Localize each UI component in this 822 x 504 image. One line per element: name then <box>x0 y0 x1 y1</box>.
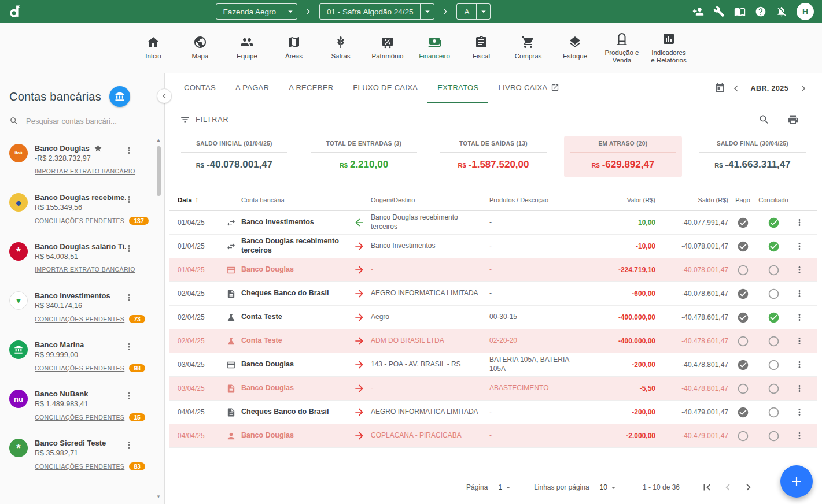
season-selector-caret[interactable] <box>420 4 434 19</box>
farm-selector[interactable]: Fazenda Aegro <box>216 3 298 20</box>
kebab-menu-icon[interactable] <box>794 312 805 323</box>
prev-month-button[interactable] <box>730 83 742 94</box>
page-select[interactable]: 1 <box>498 483 513 492</box>
transaction-row[interactable]: 02/04/25 Conta Teste ADM DO BRASIL LTDA … <box>169 329 817 353</box>
kebab-menu-icon[interactable] <box>794 241 805 251</box>
tab-livro-caixa[interactable]: LIVRO CAIXA <box>488 73 569 103</box>
kebab-menu-icon[interactable] <box>794 265 805 275</box>
kebab-menu-icon[interactable] <box>124 292 134 303</box>
account-action-link[interactable]: IMPORTAR EXTRATO BANCÁRIO <box>35 168 135 175</box>
kebab-menu-icon[interactable] <box>124 145 134 155</box>
star-icon[interactable] <box>94 144 102 153</box>
paid-checkbox[interactable] <box>737 335 749 347</box>
rows-per-page-select[interactable]: 10 <box>600 483 618 492</box>
account-action-link[interactable]: CONCILIAÇÕES PENDENTES <box>35 463 124 470</box>
transaction-row[interactable]: 04/04/25 Banco Douglas COPLACANA - PIRAC… <box>169 424 817 448</box>
paid-checkbox[interactable] <box>737 406 749 418</box>
transaction-row[interactable]: 03/04/25 Banco Douglas 143 - POA - AV. B… <box>169 353 817 377</box>
avatar[interactable]: H <box>797 3 814 20</box>
account-action-link[interactable]: CONCILIAÇÕES PENDENTES <box>35 316 124 323</box>
reconciled-checkbox[interactable] <box>768 430 780 442</box>
reconciled-checkbox[interactable] <box>768 383 780 395</box>
reconciled-checkbox[interactable] <box>768 335 780 347</box>
transaction-row[interactable]: 02/04/25 Cheques Banco do Brasil AEGRO I… <box>169 282 817 306</box>
account-list-item[interactable]: * Banco Sicredi Teste R$ 35.982,71 CONCI… <box>0 432 164 481</box>
nav-item-financeiro[interactable]: Financeiro <box>415 35 454 60</box>
reconciled-checkbox[interactable] <box>768 288 780 300</box>
column-header-pago[interactable]: Pago <box>728 197 757 203</box>
account-list-item[interactable]: ◆ Banco Douglas recebime... R$ 155.349,5… <box>0 187 164 236</box>
nav-item-safras[interactable]: Safras <box>321 35 360 60</box>
aegro-logo[interactable] <box>8 4 23 19</box>
nav-item-producao-e-venda[interactable]: Produção e Venda <box>602 32 642 64</box>
column-header-conta-bancaria[interactable]: Conta bancária <box>241 197 348 203</box>
paid-checkbox[interactable] <box>737 359 749 371</box>
sidebar-scrollbar[interactable]: ▲ ▼ <box>156 138 163 499</box>
column-header-produtos[interactable]: Produtos / Descrição <box>489 197 586 203</box>
add-user-icon[interactable] <box>692 6 704 17</box>
kebab-menu-icon[interactable] <box>124 342 134 352</box>
reconciled-checkbox[interactable] <box>768 240 780 253</box>
kebab-menu-icon[interactable] <box>124 440 134 450</box>
tab-a-receber[interactable]: A RECEBER <box>279 73 343 103</box>
prev-page-button[interactable] <box>721 481 734 494</box>
field-selector[interactable]: A <box>456 3 491 20</box>
account-list-item[interactable]: ▼ Banco Investimentos R$ 340.174,16 CONC… <box>0 285 164 334</box>
account-list-item[interactable]: BANCO TESTE BRUNA R$ 4.459,51 <box>0 481 164 488</box>
nav-item-equipe[interactable]: Equipe <box>227 35 267 60</box>
account-list-item[interactable]: * Banco Douglas salário Ti... R$ 54.008,… <box>0 236 164 285</box>
paid-checkbox[interactable] <box>737 217 749 229</box>
next-page-button[interactable] <box>742 481 755 494</box>
kebab-menu-icon[interactable] <box>124 243 134 254</box>
season-selector[interactable]: 01 - Safra Algodão 24/25 <box>319 3 434 20</box>
transaction-row[interactable]: 04/04/25 Cheques Banco do Brasil AEGRO I… <box>169 401 817 424</box>
scroll-up-icon[interactable]: ▲ <box>156 138 161 143</box>
account-list-item[interactable]: itaú Banco Douglas -R$ 2.328.732,97 IMPO… <box>0 138 164 187</box>
first-page-button[interactable] <box>701 481 713 494</box>
nav-item-mapa[interactable]: Mapa <box>180 35 220 60</box>
kebab-menu-icon[interactable] <box>794 431 805 441</box>
account-list-item[interactable]: nu Banco NuBank R$ 1.489.983,41 CONCILIA… <box>0 383 164 432</box>
kebab-menu-icon[interactable] <box>124 391 134 401</box>
column-header-saldo[interactable]: Saldo (R$) <box>655 197 728 203</box>
search-accounts-input[interactable] <box>26 117 139 125</box>
scrollbar-thumb[interactable] <box>157 146 161 196</box>
kebab-menu-icon[interactable] <box>124 194 134 205</box>
reconciled-checkbox[interactable] <box>768 359 780 371</box>
print-icon[interactable] <box>787 114 799 125</box>
scroll-down-icon[interactable]: ▼ <box>156 495 161 499</box>
library-icon[interactable] <box>734 6 746 17</box>
reconciled-checkbox[interactable] <box>768 264 780 276</box>
reconciled-checkbox[interactable] <box>768 312 780 324</box>
reconciled-checkbox[interactable] <box>768 406 780 418</box>
tab-fluxo-de-caixa[interactable]: FLUXO DE CAIXA <box>343 73 427 103</box>
nav-item-inicio[interactable]: Início <box>134 35 173 60</box>
account-list-item[interactable]: Banco Marina R$ 99.999,00 CONCILIAÇÕES P… <box>0 334 164 383</box>
nav-item-estoque[interactable]: Estoque <box>555 35 595 60</box>
account-action-link[interactable]: CONCILIAÇÕES PENDENTES <box>35 414 124 421</box>
paid-checkbox[interactable] <box>737 312 749 324</box>
account-action-link[interactable]: IMPORTAR EXTRATO BANCÁRIO <box>35 266 135 273</box>
nav-item-indicadores-e-relatorios[interactable]: Indicadores e Relatórios <box>649 32 688 64</box>
calendar-icon[interactable] <box>714 83 725 94</box>
tab-contas[interactable]: CONTAS <box>174 73 226 103</box>
paid-checkbox[interactable] <box>737 430 749 442</box>
kebab-menu-icon[interactable] <box>794 217 805 228</box>
filter-button[interactable]: FILTRAR <box>180 114 228 125</box>
tab-extratos[interactable]: EXTRATOS <box>427 73 488 103</box>
next-month-button[interactable] <box>798 83 809 94</box>
notifications-off-icon[interactable] <box>776 6 787 17</box>
collapse-sidebar-button[interactable] <box>157 88 172 103</box>
paid-checkbox[interactable] <box>737 264 749 276</box>
kebab-menu-icon[interactable] <box>794 288 805 299</box>
field-selector-caret[interactable] <box>476 4 490 19</box>
column-header-data[interactable]: Data ↑ <box>178 196 220 204</box>
column-header-valor[interactable]: Valor (R$) <box>586 197 655 203</box>
kebab-menu-icon[interactable] <box>794 360 805 370</box>
transaction-row[interactable]: 01/04/25 Banco Douglas - - -224.719,10 -… <box>169 258 817 282</box>
transaction-row[interactable]: 02/04/25 Conta Teste Aegro 00-30-15 -400… <box>169 306 817 329</box>
paid-checkbox[interactable] <box>737 383 749 395</box>
account-action-link[interactable]: CONCILIAÇÕES PENDENTES <box>35 365 124 372</box>
search-transactions-icon[interactable] <box>758 114 770 125</box>
nav-item-patrimonio[interactable]: Patrimônio <box>368 35 407 60</box>
